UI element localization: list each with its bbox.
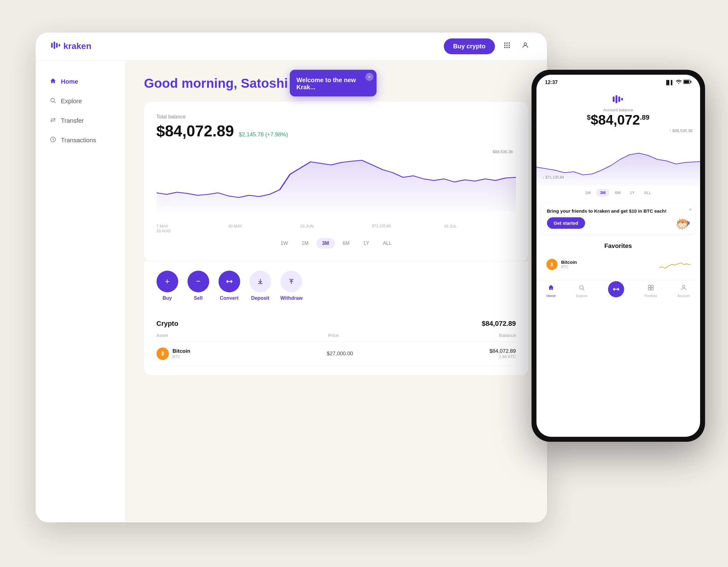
phone-time-3m[interactable]: 3M bbox=[596, 189, 609, 197]
svg-rect-3 bbox=[59, 44, 60, 47]
fav-sub: BTC bbox=[561, 265, 655, 269]
time-btn-1m[interactable]: 1M bbox=[296, 238, 314, 249]
phone-logo bbox=[544, 95, 693, 105]
time-btn-all[interactable]: ALL bbox=[377, 238, 397, 249]
svg-rect-18 bbox=[684, 81, 689, 83]
phone-time-6m[interactable]: 6M bbox=[611, 189, 624, 197]
asset-name: Bitcoin bbox=[173, 348, 191, 354]
svg-point-24 bbox=[580, 286, 583, 289]
asset-balance-btc: 2.86 BTC bbox=[489, 354, 516, 359]
phone-time-selector: 1M 3M 6M 1Y ALL bbox=[536, 186, 700, 200]
time-btn-1y[interactable]: 1Y bbox=[358, 238, 375, 249]
referral-close-button[interactable]: × bbox=[689, 206, 692, 213]
favorites-section: Favorites ₿ Bitcoin BTC bbox=[536, 237, 700, 280]
time-btn-1w[interactable]: 1W bbox=[275, 238, 293, 249]
svg-point-8 bbox=[506, 45, 507, 46]
withdraw-action[interactable]: Withdraw bbox=[280, 271, 303, 301]
phone-nav-account-icon bbox=[680, 284, 687, 293]
asset-balance: $84,072.89 bbox=[489, 348, 516, 354]
phone-nav-explore[interactable]: Explore bbox=[576, 284, 588, 298]
logo-icon bbox=[51, 41, 61, 51]
svg-point-4 bbox=[504, 42, 505, 44]
phone-time-1m[interactable]: 1M bbox=[581, 189, 594, 197]
referral-card: × Bring your friends to Kraken and get $… bbox=[541, 203, 695, 234]
favorite-item-btc[interactable]: ₿ Bitcoin BTC bbox=[541, 254, 695, 275]
withdraw-label: Withdraw bbox=[280, 295, 303, 301]
chart-label-4: 16 JUL bbox=[444, 224, 516, 228]
transactions-icon bbox=[50, 136, 56, 144]
btc-icon: ₿ bbox=[157, 348, 169, 360]
crypto-section: Crypto $84,072.89 Asset Price Balance ₿ … bbox=[144, 310, 528, 375]
sell-action[interactable]: − Sell bbox=[188, 271, 209, 301]
battery-icon bbox=[683, 80, 691, 85]
svg-point-11 bbox=[506, 47, 507, 48]
total-balance-label: Total balance bbox=[157, 114, 516, 120]
phone-status-icons: ▐▌▌ bbox=[665, 80, 691, 85]
asset-price: $27,000.00 bbox=[327, 351, 353, 357]
svg-rect-2 bbox=[56, 43, 58, 48]
sidebar-item-explore[interactable]: Explore bbox=[39, 92, 122, 110]
chart-label-1: 7 MAY bbox=[157, 224, 228, 228]
svg-point-7 bbox=[504, 45, 505, 46]
chart-label-3: 23 JUN bbox=[300, 224, 372, 228]
time-btn-6m[interactable]: 6M bbox=[337, 238, 355, 249]
referral-get-started-button[interactable]: Get started bbox=[547, 217, 585, 229]
welcome-text: Welcome to the new Krak... bbox=[297, 77, 356, 91]
grid-menu-button[interactable] bbox=[501, 39, 513, 53]
chart-high-label: $88,535.38 bbox=[492, 149, 513, 154]
phone-time-all[interactable]: ALL bbox=[640, 189, 655, 197]
welcome-banner: × Welcome to the new Krak... bbox=[290, 70, 377, 96]
phone-chart: ↓ $71,135.84 bbox=[536, 139, 700, 186]
sidebar-item-transfer[interactable]: Transfer bbox=[39, 112, 122, 130]
phone-nav-account-label: Account bbox=[677, 294, 690, 298]
phone-nav-convert-button[interactable] bbox=[608, 281, 624, 297]
buy-action[interactable]: + Buy bbox=[157, 271, 178, 301]
balance-change: $2,145.78 (+7.98%) bbox=[239, 131, 288, 138]
user-menu-button[interactable] bbox=[519, 39, 532, 53]
favorites-title: Favorites bbox=[541, 242, 695, 250]
convert-action[interactable]: Convert bbox=[218, 271, 240, 301]
tablet-body: Home Explore Trans bbox=[36, 60, 547, 522]
table-row[interactable]: ₿ Bitcoin BTC $27,000.00 $84,072.89 2.86… bbox=[157, 342, 516, 366]
svg-point-12 bbox=[508, 47, 510, 48]
main-content: Good morning, Satoshi Total balance $84,… bbox=[126, 60, 547, 522]
actions-row: + Buy − Sell Convert bbox=[144, 261, 528, 310]
phone-balance-cents: .89 bbox=[640, 113, 650, 121]
svg-point-30 bbox=[682, 285, 685, 288]
svg-line-15 bbox=[54, 102, 55, 103]
col-asset: Asset bbox=[157, 333, 168, 338]
convert-label: Convert bbox=[220, 295, 238, 301]
phone-nav-explore-icon bbox=[578, 284, 585, 293]
buy-crypto-button[interactable]: Buy crypto bbox=[444, 38, 495, 54]
deposit-action[interactable]: Deposit bbox=[249, 271, 271, 301]
sell-label: Sell bbox=[194, 295, 202, 301]
time-btn-3m[interactable]: 3M bbox=[316, 238, 334, 249]
phone-time: 12:37 bbox=[545, 80, 558, 85]
phone-nav-home-label: Home bbox=[546, 294, 555, 298]
welcome-close-button[interactable]: × bbox=[365, 73, 373, 81]
balance-chart: $88,535.38 bbox=[157, 149, 516, 218]
phone-header: Account balance $$84,072.89 ↑ $88,535.38 bbox=[536, 90, 700, 139]
svg-rect-23 bbox=[621, 98, 623, 100]
crypto-title: Crypto bbox=[157, 320, 179, 328]
sidebar-item-transactions[interactable]: Transactions bbox=[39, 131, 122, 149]
phone-nav: Home Explore bbox=[536, 280, 700, 305]
svg-point-10 bbox=[504, 47, 505, 48]
sidebar-item-home[interactable]: Home bbox=[39, 73, 122, 91]
svg-rect-29 bbox=[651, 288, 653, 290]
chart-svg bbox=[157, 149, 516, 211]
crypto-header: Crypto $84,072.89 bbox=[157, 320, 516, 328]
scene: kraken Buy crypto bbox=[23, 20, 705, 547]
phone-nav-home[interactable]: Home bbox=[546, 284, 555, 298]
phone-nav-account[interactable]: Account bbox=[677, 284, 690, 298]
home-icon bbox=[50, 78, 56, 86]
phone-nav-home-icon bbox=[548, 284, 554, 293]
deposit-circle bbox=[249, 271, 271, 292]
logo-wordmark: kraken bbox=[64, 41, 91, 51]
signal-icon: ▐▌▌ bbox=[665, 80, 674, 85]
explore-icon bbox=[50, 97, 56, 105]
phone-nav-portfolio[interactable]: Portfolio bbox=[645, 284, 657, 298]
wifi-icon bbox=[676, 80, 682, 85]
phone-time-1y[interactable]: 1Y bbox=[626, 189, 638, 197]
svg-rect-0 bbox=[51, 43, 53, 48]
